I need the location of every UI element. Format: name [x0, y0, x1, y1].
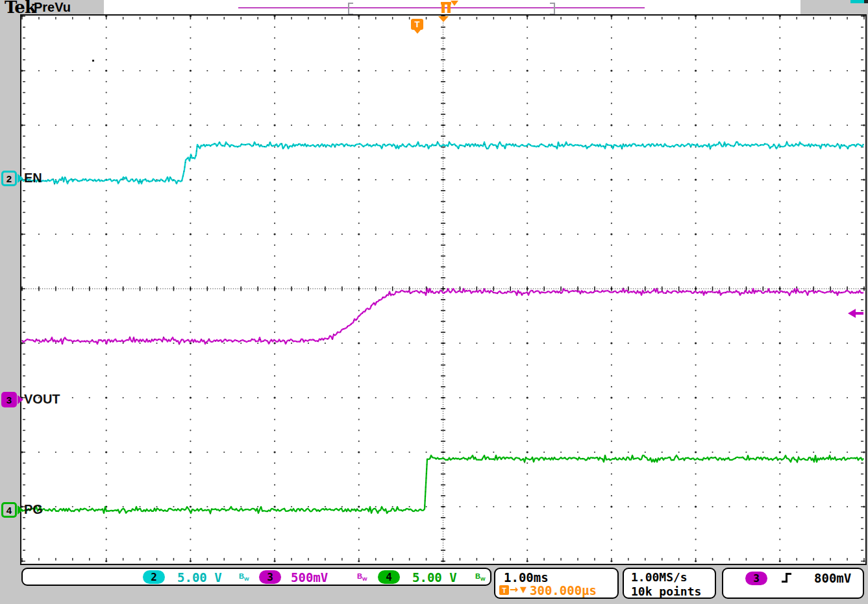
- channel-3-reference-marker: 3: [1, 392, 25, 407]
- window-bracket-left: [348, 3, 353, 15]
- waveform-canvas: [21, 16, 865, 564]
- delay-triangle-icon: ▼: [520, 585, 527, 594]
- trigger-level-arrow-icon: [848, 309, 865, 318]
- trigger-time-flag-icon: T: [411, 19, 423, 30]
- channel-4-bandwidth-icon: BW: [475, 572, 486, 582]
- sample-rate-readout: 1.00MS/s: [631, 570, 688, 584]
- acquisition-readout-box: 1.00MS/s 10k points: [623, 568, 716, 599]
- channel-2-bandwidth-icon: BW: [239, 572, 249, 582]
- channel-4-badge: 4: [1, 502, 17, 518]
- channel-4-scale: 5.00 V: [412, 570, 457, 585]
- trigger-source-chip: 3: [745, 572, 767, 585]
- rising-edge-icon: [782, 572, 793, 584]
- trigger-time-flag-tip: [414, 30, 421, 34]
- timebase-readout: 1.00ms: [504, 570, 549, 585]
- trigger-time-triangle-icon: [438, 16, 449, 22]
- screen-artifact-dot: [92, 60, 94, 62]
- record-length-readout: 10k points: [631, 585, 701, 598]
- channel-2-scale: 5.00 V: [177, 570, 222, 585]
- channel-3-badge: 3: [1, 392, 17, 407]
- channel-4-chip: 4: [378, 570, 400, 584]
- trigger-readout-box: 3 800mV: [722, 568, 864, 599]
- trigger-position-triangle-icon: [451, 1, 458, 6]
- channel-2-reference-marker: 2: [1, 171, 25, 186]
- channel-3-arrow-icon: [18, 395, 23, 404]
- delay-arrow-icon: →: [510, 583, 518, 596]
- channel-3-signal-label: VOUT: [24, 392, 60, 407]
- channel-4-arrow-icon: [18, 505, 23, 514]
- channel-2-signal-label: EN: [24, 171, 42, 186]
- channel-2-arrow-icon: [18, 174, 23, 183]
- channel-2-chip: 2: [143, 570, 165, 584]
- trigger-level-readout: 800mV: [814, 571, 851, 585]
- channel-3-bandwidth-icon: BW: [357, 572, 367, 582]
- graticule: [20, 14, 867, 565]
- channel-4-signal-label: PG: [24, 502, 43, 517]
- corner-dash-cyan: [850, 0, 864, 3]
- trigger-position-bar-marker-icon: [441, 2, 451, 14]
- horizontal-readout-box: 1.00ms T → ▼ 300.000µs: [494, 568, 619, 599]
- corner-dash-dark: [864, 0, 868, 3]
- trigger-delay-t-icon: T: [499, 585, 509, 595]
- channel-2-badge: 2: [1, 171, 17, 186]
- channel-3-chip: 3: [259, 570, 281, 584]
- window-bracket-right: [550, 3, 555, 15]
- trigger-delay-readout: 300.000µs: [530, 583, 597, 598]
- channel-4-reference-marker: 4: [1, 502, 25, 518]
- channel-3-scale: 500mV: [291, 570, 328, 585]
- channel-scale-readout-box: 2 5.00 V BW 3 500mV BW 4 5.00 V BW: [21, 568, 491, 586]
- acquisition-mode-label: PreVu: [34, 0, 71, 15]
